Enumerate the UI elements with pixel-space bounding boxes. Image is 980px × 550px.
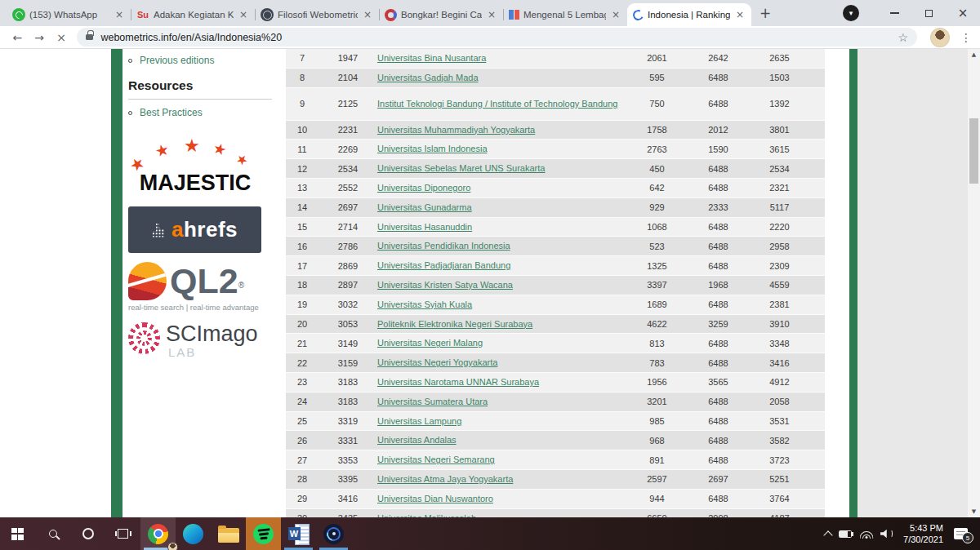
tray-expand-icon[interactable] bbox=[823, 530, 832, 539]
taskbar-clock[interactable]: 5:43 PM 7/30/2021 bbox=[903, 522, 943, 546]
ahrefs-logo[interactable]: ahrefs bbox=[128, 206, 261, 253]
tab-close-icon[interactable]: × bbox=[362, 9, 373, 20]
start-button[interactable] bbox=[0, 517, 35, 550]
scimago-logo[interactable]: SCImago LAB bbox=[128, 322, 272, 359]
taskbar-spotify-button[interactable] bbox=[246, 517, 281, 550]
whatsapp-favicon bbox=[12, 8, 25, 21]
university-cell: Universitas Gadjah Mada bbox=[377, 72, 626, 84]
openness-rank-cell: 6488 bbox=[688, 242, 749, 251]
university-cell: Politeknik Elektronika Negeri Surabaya bbox=[377, 318, 626, 330]
scroll-down-icon[interactable]: ▼ bbox=[968, 508, 980, 515]
minimize-button[interactable] bbox=[877, 0, 911, 26]
university-link[interactable]: Universitas Muhammadiyah Yogyakarta bbox=[377, 125, 535, 135]
university-link[interactable]: Universitas Bina Nusantara bbox=[377, 53, 486, 63]
university-link[interactable]: Universitas Syiah Kuala bbox=[377, 299, 472, 309]
university-link[interactable]: Universitas Diponegoro bbox=[377, 183, 470, 193]
university-link[interactable]: Universitas Gunadarma bbox=[377, 202, 472, 212]
profile-avatar[interactable] bbox=[930, 28, 950, 47]
world-rank-cell: 2897 bbox=[318, 280, 377, 290]
ql2-icon bbox=[128, 262, 167, 300]
university-link[interactable]: Politeknik Elektronika Negeri Surabaya bbox=[377, 319, 532, 329]
tab-close-icon[interactable]: × bbox=[114, 9, 125, 20]
university-link[interactable]: Universitas Sebelas Maret UNS Surakarta bbox=[377, 163, 545, 173]
table-row: 7 1947 Universitas Bina Nusantara 2061 2… bbox=[286, 49, 825, 69]
taskbar-chrome-button[interactable] bbox=[140, 517, 176, 550]
taskbar-sync-app-button[interactable] bbox=[316, 517, 351, 550]
back-icon[interactable]: ← bbox=[7, 31, 29, 44]
browser-tab[interactable]: Su Adakan Kegiatan Kami × bbox=[131, 3, 255, 26]
university-link[interactable]: Universitas Kristen Satya Wacana bbox=[377, 280, 513, 290]
tab-bar: (153) WhatsApp × Su Adakan Kegiatan Kami… bbox=[0, 0, 980, 26]
volume-icon[interactable] bbox=[880, 530, 893, 539]
openness-rank-cell: 6488 bbox=[688, 261, 749, 271]
taskbar-search-button[interactable] bbox=[35, 517, 70, 550]
table-row: 16 2786 Universitas Pendidikan Indonesia… bbox=[286, 237, 825, 256]
university-link[interactable]: Universitas Atma Jaya Yogyakarta bbox=[377, 474, 513, 484]
browser-tab[interactable]: (153) WhatsApp × bbox=[7, 3, 131, 26]
rank-cell: 11 bbox=[286, 144, 318, 154]
taskbar-explorer-button[interactable] bbox=[211, 517, 246, 550]
university-link[interactable]: Universitas Gadjah Mada bbox=[377, 73, 479, 82]
battery-icon[interactable] bbox=[839, 530, 852, 538]
cortana-button[interactable] bbox=[70, 517, 105, 550]
university-link[interactable]: Universitas Sumatera Utara bbox=[377, 397, 488, 406]
task-view-button[interactable] bbox=[105, 517, 140, 550]
impact-rank-cell: 2061 bbox=[626, 53, 688, 63]
openness-rank-cell: 6488 bbox=[688, 183, 749, 193]
impact-rank-cell: 2597 bbox=[626, 474, 688, 484]
university-link[interactable]: Universitas Padjadjaran Bandung bbox=[377, 260, 510, 270]
close-window-button[interactable]: × bbox=[946, 0, 980, 26]
action-center-icon[interactable]: 5 bbox=[954, 528, 968, 539]
tab-title: Adakan Kegiatan Kami bbox=[154, 10, 234, 20]
tab-close-icon[interactable]: × bbox=[734, 9, 746, 20]
university-link[interactable]: Universitas Dian Nuswantoro bbox=[377, 494, 493, 503]
bookmark-star-icon[interactable]: ☆ bbox=[898, 31, 909, 44]
browser-tab[interactable]: Filosofi Webometrics × bbox=[255, 3, 379, 26]
scroll-up-icon[interactable]: ▲ bbox=[968, 51, 980, 58]
excellence-rank-cell: 3416 bbox=[749, 358, 810, 368]
openness-rank-cell: 6488 bbox=[688, 164, 749, 174]
taskbar-edge-button[interactable] bbox=[176, 517, 211, 550]
tab-close-icon[interactable]: × bbox=[610, 9, 621, 20]
lock-icon[interactable] bbox=[86, 34, 93, 40]
wifi-icon[interactable] bbox=[859, 530, 873, 539]
openness-rank-cell: 6488 bbox=[688, 455, 749, 465]
browser-update-icon[interactable]: ▾ bbox=[843, 5, 859, 21]
browser-tab[interactable]: Mengenal 5 Lembaga × bbox=[503, 3, 627, 26]
new-tab-button[interactable]: + bbox=[760, 5, 771, 21]
university-link[interactable]: Universitas Narotama UNNAR Surabaya bbox=[377, 377, 539, 387]
tab-close-icon[interactable]: × bbox=[238, 9, 249, 20]
university-link[interactable]: Universitas Lampung bbox=[377, 416, 461, 426]
majestic-logo[interactable]: ★ ★ ★ ★ ★ MAJESTIC bbox=[128, 136, 262, 196]
university-link[interactable]: Universitas Andalas bbox=[377, 435, 457, 445]
forward-icon[interactable]: → bbox=[29, 31, 51, 44]
university-link[interactable]: Universitas Negeri Yogyakarta bbox=[377, 357, 497, 367]
taskbar-word-button[interactable]: W bbox=[281, 517, 316, 550]
ql2-logo[interactable]: QL2® real-time search | real-time advant… bbox=[128, 262, 272, 312]
sidebar-link-previous-editions[interactable]: Previous editions bbox=[128, 55, 272, 66]
excellence-rank-cell: 3615 bbox=[749, 144, 810, 154]
scrollbar-thumb[interactable] bbox=[969, 118, 978, 184]
world-rank-cell: 3032 bbox=[318, 299, 377, 309]
clock-date: 7/30/2021 bbox=[903, 534, 943, 545]
browser-window: (153) WhatsApp × Su Adakan Kegiatan Kami… bbox=[0, 0, 980, 550]
browser-menu-icon[interactable]: ⋮ bbox=[960, 31, 972, 44]
sidebar-link-best-practices[interactable]: Best Practices bbox=[128, 107, 272, 118]
excellence-rank-cell: 5117 bbox=[749, 202, 810, 212]
university-link[interactable]: Institut Teknologi Bandung / Institute o… bbox=[377, 99, 617, 109]
university-link[interactable]: Universitas Pendidikan Indonesia bbox=[377, 241, 510, 251]
vertical-scrollbar[interactable]: ▲ ▼ bbox=[968, 49, 980, 517]
stop-loading-icon[interactable]: × bbox=[51, 31, 73, 44]
university-link[interactable]: Universitas Islam Indonesia bbox=[377, 144, 488, 153]
restore-button[interactable] bbox=[911, 0, 946, 26]
openness-rank-cell: 6488 bbox=[688, 358, 749, 368]
university-link[interactable]: Universitas Negeri Malang bbox=[377, 338, 483, 348]
university-link[interactable]: Universitas Negeri Semarang bbox=[377, 455, 495, 464]
browser-tab[interactable]: Indonesia | Ranking W × bbox=[627, 3, 751, 26]
university-link[interactable]: Universitas Hasanuddin bbox=[377, 222, 472, 232]
browser-tab[interactable]: Bongkar! Begini Cara × bbox=[379, 3, 503, 26]
page-content: Previous editions Resources Best Practic… bbox=[0, 49, 980, 517]
url-input[interactable]: webometrics.info/en/Asia/Indonesia%20 ☆ bbox=[77, 28, 917, 47]
rank-cell: 23 bbox=[286, 377, 318, 387]
tab-close-icon[interactable]: × bbox=[486, 9, 497, 20]
